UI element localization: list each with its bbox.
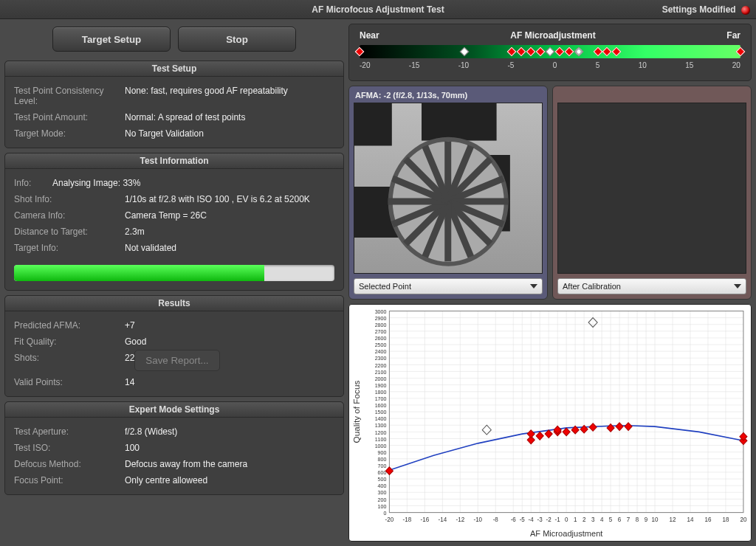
svg-text:1900: 1900 bbox=[375, 382, 387, 389]
svg-text:9: 9 bbox=[645, 516, 648, 523]
svg-text:4: 4 bbox=[600, 516, 604, 523]
window-title: AF Microfocus Adjustment Test bbox=[312, 4, 444, 15]
svg-text:Quality of Focus: Quality of Focus bbox=[352, 380, 361, 443]
selected-point-combo[interactable]: Selected Point bbox=[354, 278, 543, 294]
preview-afma-line: AFMA: -2 (f/2.8, 1/13s, 70mm) bbox=[352, 89, 544, 101]
info-value: Analysing Image: 33% bbox=[52, 178, 140, 188]
afma-ticks: -20-15-10-505101520 bbox=[360, 61, 740, 69]
shot-label: Shot Info: bbox=[14, 194, 125, 204]
svg-text:300: 300 bbox=[378, 489, 387, 496]
status-text: Settings Modified bbox=[662, 4, 736, 15]
svg-text:500: 500 bbox=[378, 476, 387, 483]
targetmode-label: Target Mode: bbox=[14, 128, 125, 139]
save-report-button[interactable]: Save Report... bbox=[134, 350, 219, 371]
near-label: Near bbox=[360, 30, 379, 41]
aperture-label: Test Aperture: bbox=[14, 426, 125, 437]
targetmode-value: No Target Validation bbox=[125, 128, 204, 139]
svg-text:1400: 1400 bbox=[375, 415, 387, 422]
svg-text:2400: 2400 bbox=[375, 348, 387, 355]
after-calibration-combo[interactable]: After Calibration bbox=[557, 278, 746, 294]
camera-value: Camera Temp = 26C bbox=[125, 210, 207, 221]
stop-button[interactable]: Stop bbox=[178, 27, 296, 52]
consistency-label: Test Point Consistency Level: bbox=[14, 86, 125, 106]
expert-header: Expert Mode Settings bbox=[5, 402, 343, 418]
svg-text:AF Microadjustment: AF Microadjustment bbox=[530, 528, 603, 537]
svg-text:2200: 2200 bbox=[375, 362, 387, 368]
svg-text:18: 18 bbox=[722, 516, 729, 523]
svg-text:2900: 2900 bbox=[375, 315, 387, 322]
pred-value: +7 bbox=[125, 320, 135, 331]
svg-text:-4: -4 bbox=[529, 516, 535, 523]
focus-target-icon bbox=[388, 137, 509, 266]
chevron-down-icon bbox=[734, 284, 741, 288]
preview-image-left[interactable] bbox=[354, 103, 543, 274]
svg-text:200: 200 bbox=[378, 496, 387, 502]
settings-modified-status: Settings Modified bbox=[662, 0, 750, 19]
svg-text:8: 8 bbox=[636, 516, 639, 523]
svg-text:-1: -1 bbox=[555, 516, 561, 523]
info-label: Info: bbox=[14, 178, 52, 188]
preview-image-right[interactable] bbox=[557, 103, 746, 274]
quality-chart[interactable]: 0100200300400500600700800900100011001200… bbox=[348, 304, 752, 542]
svg-text:-18: -18 bbox=[403, 516, 412, 523]
svg-text:1200: 1200 bbox=[375, 429, 387, 435]
iso-label: Test ISO: bbox=[14, 443, 125, 453]
svg-text:20: 20 bbox=[740, 516, 746, 523]
svg-text:800: 800 bbox=[378, 456, 387, 463]
svg-text:3: 3 bbox=[591, 516, 595, 523]
svg-text:-10: -10 bbox=[473, 516, 482, 523]
focuspoint-label: Focus Point: bbox=[14, 475, 125, 485]
afma-gradient-bar[interactable] bbox=[360, 45, 740, 58]
far-label: Far bbox=[726, 30, 740, 41]
results-panel: Results Predicted AFMA:+7 Fit Quality:Go… bbox=[4, 295, 344, 397]
svg-text:10: 10 bbox=[652, 516, 659, 523]
svg-text:12: 12 bbox=[670, 516, 676, 523]
fit-label: Fit Quality: bbox=[14, 336, 125, 347]
valid-label: Valid Points: bbox=[14, 377, 125, 387]
svg-text:-20: -20 bbox=[385, 516, 394, 523]
distance-label: Distance to Target: bbox=[14, 227, 125, 237]
svg-text:1100: 1100 bbox=[375, 435, 387, 442]
svg-text:1800: 1800 bbox=[375, 389, 387, 395]
pred-label: Predicted AFMA: bbox=[14, 320, 125, 331]
svg-text:100: 100 bbox=[378, 503, 387, 510]
svg-text:-6: -6 bbox=[511, 516, 517, 523]
svg-text:-14: -14 bbox=[439, 516, 447, 523]
expert-panel: Expert Mode Settings Test Aperture:f/2.8… bbox=[4, 401, 344, 495]
svg-text:-16: -16 bbox=[421, 516, 430, 523]
consistency-value: None: fast, requires good AF repeatabili… bbox=[125, 86, 288, 106]
svg-text:2600: 2600 bbox=[375, 335, 387, 342]
svg-text:16: 16 bbox=[704, 516, 711, 523]
target-setup-button[interactable]: Target Setup bbox=[52, 27, 171, 52]
svg-text:-8: -8 bbox=[493, 516, 499, 523]
svg-text:-5: -5 bbox=[520, 516, 526, 523]
title-bar: AF Microfocus Adjustment Test Settings M… bbox=[0, 0, 756, 19]
preview-selected-point: AFMA: -2 (f/2.8, 1/13s, 70mm) bbox=[348, 86, 548, 300]
progress-bar bbox=[14, 265, 334, 281]
test-setup-header: Test Setup bbox=[5, 61, 343, 77]
svg-text:1: 1 bbox=[574, 516, 577, 523]
svg-text:-2: -2 bbox=[546, 516, 552, 523]
valid-value: 14 bbox=[125, 377, 134, 387]
test-info-header: Test Information bbox=[5, 153, 343, 169]
svg-text:900: 900 bbox=[378, 449, 387, 456]
svg-text:1500: 1500 bbox=[375, 409, 387, 415]
afma-label: AF Microadjustment bbox=[510, 30, 595, 41]
svg-text:2700: 2700 bbox=[375, 328, 387, 335]
distance-value: 2.3m bbox=[125, 227, 145, 237]
svg-text:1000: 1000 bbox=[375, 443, 387, 449]
shot-value: 1/10s at f/2.8 with ISO 100 , EV is 6.2 … bbox=[125, 194, 310, 204]
svg-text:2800: 2800 bbox=[375, 322, 387, 328]
camera-label: Camera Info: bbox=[14, 210, 125, 221]
button-row: Target Setup Stop bbox=[4, 24, 344, 56]
svg-text:2: 2 bbox=[583, 516, 586, 523]
svg-text:700: 700 bbox=[378, 463, 387, 469]
results-header: Results bbox=[5, 296, 343, 311]
focuspoint-value: Only centre alloweed bbox=[125, 475, 207, 485]
chevron-down-icon bbox=[530, 284, 537, 288]
svg-text:400: 400 bbox=[378, 483, 387, 489]
preview-after-calibration: After Calibration bbox=[552, 86, 752, 300]
svg-text:3000: 3000 bbox=[375, 308, 387, 315]
svg-text:1600: 1600 bbox=[375, 402, 387, 409]
shots-label: Shots: bbox=[14, 353, 125, 371]
